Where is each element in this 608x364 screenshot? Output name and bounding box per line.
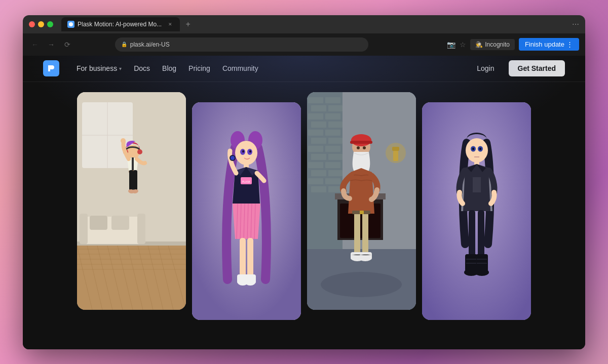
- url-bar[interactable]: 🔒 plask.ai/en-US: [115, 37, 368, 52]
- pricing-label: Pricing: [188, 64, 210, 72]
- nav-community[interactable]: Community: [217, 61, 263, 75]
- svg-point-0: [69, 22, 73, 26]
- svg-rect-35: [133, 170, 137, 190]
- svg-rect-24: [111, 216, 129, 230]
- nav-docs[interactable]: Docs: [129, 61, 155, 75]
- svg-point-118: [479, 147, 481, 150]
- svg-rect-81: [311, 154, 326, 160]
- finish-update-button[interactable]: Finish update ⋮: [519, 38, 579, 51]
- window-expand-icon: ⋯: [572, 20, 579, 28]
- svg-rect-86: [328, 170, 343, 176]
- card-1: [77, 92, 186, 310]
- svg-rect-69: [311, 105, 326, 111]
- svg-point-98: [321, 272, 402, 297]
- maximize-window-button[interactable]: [47, 21, 53, 27]
- get-started-label: Get Started: [518, 64, 556, 72]
- svg-rect-82: [328, 154, 343, 160]
- nav-pricing[interactable]: Pricing: [183, 61, 215, 75]
- svg-rect-63: [245, 274, 256, 284]
- svg-point-46: [249, 150, 251, 152]
- svg-point-104: [363, 146, 366, 149]
- svg-rect-21: [80, 214, 88, 244]
- svg-point-117: [472, 147, 474, 150]
- svg-rect-76: [325, 130, 340, 136]
- svg-point-33: [121, 138, 126, 143]
- website-content: For business ▾ Docs Blog Pricing Communi…: [23, 56, 585, 349]
- svg-text:PLASK: PLASK: [242, 180, 251, 183]
- site-navigation: For business ▾ Docs Blog Pricing Communi…: [23, 56, 585, 82]
- svg-rect-112: [359, 252, 372, 260]
- login-button[interactable]: Login: [469, 61, 502, 75]
- card-3-scene: [307, 92, 416, 310]
- card-2: PLASK: [192, 102, 301, 320]
- svg-rect-84: [325, 162, 340, 168]
- svg-rect-70: [328, 105, 343, 111]
- svg-rect-74: [328, 122, 343, 128]
- close-window-button[interactable]: [29, 21, 35, 27]
- community-label: Community: [222, 64, 258, 72]
- svg-rect-106: [362, 213, 368, 256]
- hero-section: PLASK: [23, 82, 585, 349]
- minimize-window-button[interactable]: [38, 21, 44, 27]
- for-business-chevron: ▾: [119, 66, 122, 71]
- new-tab-button[interactable]: +: [182, 18, 194, 30]
- url-text: plask.ai/en-US: [130, 41, 170, 48]
- browser-window: Plask Motion: AI-powered Mo... ✕ + ⋯ ← →…: [23, 15, 585, 349]
- nav-for-business[interactable]: For business ▾: [71, 61, 127, 75]
- svg-rect-122: [478, 210, 484, 261]
- svg-rect-96: [393, 151, 398, 161]
- tab-favicon: [67, 21, 74, 28]
- card-2-scene: PLASK: [192, 102, 301, 320]
- forward-button[interactable]: →: [45, 38, 57, 51]
- refresh-button[interactable]: ⟳: [61, 38, 73, 51]
- card-2-inner: PLASK: [192, 102, 301, 320]
- svg-point-31: [137, 149, 142, 154]
- svg-rect-121: [469, 210, 475, 261]
- incognito-icon: 🕵: [475, 41, 483, 48]
- nav-links: For business ▾ Docs Blog Pricing Communi…: [71, 61, 469, 75]
- finish-update-label: Finish update: [525, 41, 564, 48]
- nav-blog[interactable]: Blog: [157, 61, 181, 75]
- svg-point-114: [466, 138, 488, 163]
- incognito-badge: 🕵 Incognito: [470, 39, 515, 50]
- active-tab[interactable]: Plask Motion: AI-powered Mo... ✕: [61, 17, 180, 31]
- svg-rect-67: [308, 97, 323, 103]
- svg-rect-23: [90, 216, 107, 230]
- address-bar: ← → ⟳ 🔒 plask.ai/en-US 📷 ☆ 🕵 Incognito F…: [23, 33, 585, 56]
- get-started-button[interactable]: Get Started: [509, 60, 565, 76]
- login-label: Login: [477, 64, 494, 72]
- svg-point-126: [475, 269, 489, 276]
- address-bar-right: 📷 ☆ 🕵 Incognito Finish update ⋮: [447, 38, 579, 51]
- lock-icon: 🔒: [121, 42, 127, 47]
- svg-rect-58: [240, 238, 246, 278]
- svg-rect-89: [311, 186, 326, 192]
- svg-rect-20: [80, 209, 145, 217]
- docs-label: Docs: [134, 64, 150, 72]
- card-3: [307, 92, 416, 310]
- svg-rect-78: [328, 138, 343, 144]
- back-button[interactable]: ←: [29, 38, 41, 51]
- site-logo[interactable]: [43, 60, 59, 76]
- svg-rect-71: [308, 113, 323, 119]
- svg-point-57: [231, 156, 235, 160]
- tab-close-button[interactable]: ✕: [167, 21, 174, 28]
- svg-rect-59: [247, 238, 253, 278]
- svg-point-103: [357, 146, 360, 149]
- svg-rect-108: [360, 211, 364, 214]
- tab-title: Plask Motion: AI-powered Mo...: [78, 21, 162, 28]
- svg-rect-68: [325, 97, 340, 103]
- svg-rect-72: [325, 113, 340, 119]
- svg-rect-83: [308, 162, 323, 168]
- svg-rect-79: [308, 146, 323, 152]
- svg-point-45: [242, 150, 244, 152]
- svg-rect-80: [325, 146, 340, 152]
- bookmark-icon[interactable]: ☆: [460, 41, 466, 49]
- title-bar: Plask Motion: AI-powered Mo... ✕ + ⋯: [23, 15, 585, 33]
- for-business-label: For business: [77, 64, 117, 72]
- svg-rect-88: [325, 178, 340, 184]
- traffic-lights: [29, 21, 53, 27]
- finish-update-chevron: ⋮: [566, 41, 573, 48]
- camera-icon[interactable]: 📷: [447, 41, 455, 49]
- svg-rect-34: [129, 170, 133, 190]
- blog-label: Blog: [162, 64, 176, 72]
